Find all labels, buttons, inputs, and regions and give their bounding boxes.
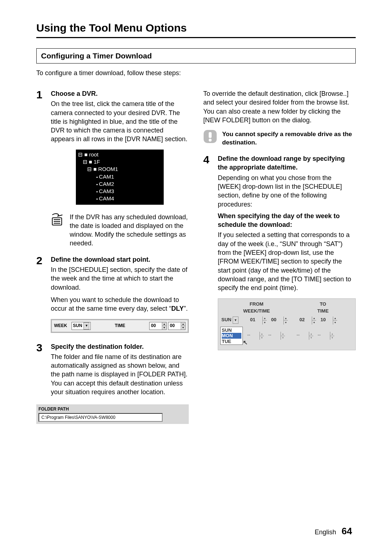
- camera-icon: [96, 174, 99, 180]
- caution-block: You cannot specify a removable drive as …: [203, 130, 356, 147]
- camera-icon: [96, 188, 99, 194]
- step-heading: Define the download range by specifying …: [218, 154, 356, 172]
- page-footer: English 64: [315, 526, 352, 537]
- list-item[interactable]: TUE: [222, 339, 231, 344]
- page-title: Using the Tool Menu Options: [36, 22, 356, 34]
- disabled-spinner: --▲▼: [267, 332, 285, 340]
- to-hour-spinner[interactable]: 02▲▼: [298, 317, 316, 325]
- time-label: TIME: [93, 320, 147, 332]
- folder-path-screenshot: FOLDER PATH C:\Program Files\SANYO\VA-SW…: [36, 404, 189, 424]
- hour-spinner[interactable]: 00 ▲▼: [149, 322, 167, 330]
- caution-icon: [203, 130, 217, 143]
- step-4: 4 Define the download range by specifyin…: [203, 154, 356, 350]
- list-item[interactable]: MON: [222, 333, 241, 339]
- step-heading: Choose a DVR.: [51, 89, 189, 98]
- section-heading: Configuring a Timer Download: [36, 48, 356, 64]
- note-icon: [50, 213, 65, 227]
- tree-root: root: [89, 151, 98, 158]
- step-subheading: When specifying the day of the week to s…: [218, 212, 356, 229]
- svg-point-6: [209, 139, 212, 142]
- step-3: 3 Specify the destination folder. The fo…: [36, 342, 189, 397]
- folder-path-label: FOLDER PATH: [38, 407, 187, 412]
- week-label: WEEK: [52, 320, 69, 332]
- footer-language: English: [315, 529, 336, 536]
- time-label: TIME: [293, 308, 353, 314]
- step-heading: Define the download start point.: [51, 255, 189, 264]
- to-minute-spinner[interactable]: 10▲▼: [319, 317, 337, 325]
- weektime-label: WEEK/TIME: [220, 308, 293, 314]
- disabled-spinner: --▲▼: [316, 332, 334, 340]
- from-label: FROM: [220, 301, 293, 307]
- step-number: 3: [36, 342, 46, 397]
- step-number: 4: [203, 154, 213, 350]
- tree-cam2: CAM2: [99, 181, 114, 187]
- from-to-screenshot: FROM TO WEEK/TIME TIME SUN ▼: [218, 298, 356, 351]
- from-hour-spinner[interactable]: 01▲▼: [249, 317, 267, 325]
- step-heading: Specify the destination folder.: [51, 342, 189, 351]
- disabled-spinner: --▲▼: [295, 332, 313, 340]
- minute-spinner[interactable]: 00 ▲▼: [168, 322, 185, 330]
- disabled-spinner: --▲▼: [246, 332, 264, 340]
- cursor-icon: ↖: [243, 339, 248, 346]
- folder-icon: [89, 159, 94, 165]
- folder-icon: [93, 166, 98, 172]
- step-1: 1 Choose a DVR. On the tree list, click …: [36, 89, 189, 205]
- note-block: If the DVR has any scheduled download, t…: [50, 213, 189, 248]
- week-listbox[interactable]: SUN MON TUE ↖: [220, 327, 243, 345]
- caution-text: You cannot specify a removable drive as …: [222, 130, 356, 147]
- right-column: To override the default destination, cli…: [203, 89, 356, 424]
- step-text: On the tree list, click the camera title…: [51, 99, 189, 143]
- left-column: 1 Choose a DVR. On the tree list, click …: [36, 89, 189, 424]
- from-minute-spinner[interactable]: 00▲▼: [270, 317, 288, 325]
- note-text: If the DVR has any scheduled download, t…: [70, 213, 189, 248]
- step-text: In the [SCHEDULE] section, specify the d…: [51, 265, 189, 292]
- tree-1f: 1F: [94, 159, 100, 165]
- folder-path-field[interactable]: C:\Program Files\SANYO\VA-SW8000: [38, 413, 163, 422]
- week-dropdown[interactable]: SUN ▼: [72, 322, 91, 330]
- chevron-down-icon: ▼: [233, 317, 238, 324]
- step-3-continued: To override the default destination, cli…: [203, 89, 356, 125]
- tree-room1: ROOM1: [98, 166, 118, 172]
- step-text: Depending on what you chose from the [WE…: [218, 174, 356, 209]
- chevron-down-icon: ▼: [83, 322, 89, 330]
- from-week-dropdown[interactable]: SUN ▼: [220, 317, 246, 325]
- step-text: The folder and file name of its destinat…: [51, 352, 189, 396]
- tree-cam4: CAM4: [99, 195, 114, 201]
- folder-icon: [84, 151, 89, 158]
- to-label: TO: [293, 301, 353, 307]
- svg-rect-5: [209, 132, 212, 138]
- tree-screenshot: ⊟ root ⊟ 1F ⊟ ROOM1 CAM1 CAM2 CAM3 CAM4: [76, 150, 164, 205]
- step-text: If you selected a setting that correspon…: [218, 230, 356, 292]
- step-number: 1: [36, 89, 46, 205]
- title-rule: [36, 37, 356, 38]
- list-item[interactable]: SUN: [222, 327, 232, 333]
- step-text: When you want to schedule the download t…: [51, 295, 189, 313]
- intro-text: To configure a timer download, follow th…: [36, 69, 356, 77]
- tree-cam3: CAM3: [99, 188, 114, 194]
- step-number: 2: [36, 255, 46, 333]
- camera-icon: [96, 195, 99, 201]
- camera-icon: [96, 181, 99, 187]
- schedule-bar-screenshot: WEEK SUN ▼ TIME 00 ▲▼: [51, 319, 189, 333]
- step-2: 2 Define the download start point. In th…: [36, 255, 189, 333]
- page-number: 64: [342, 526, 352, 536]
- tree-cam1: CAM1: [99, 174, 114, 180]
